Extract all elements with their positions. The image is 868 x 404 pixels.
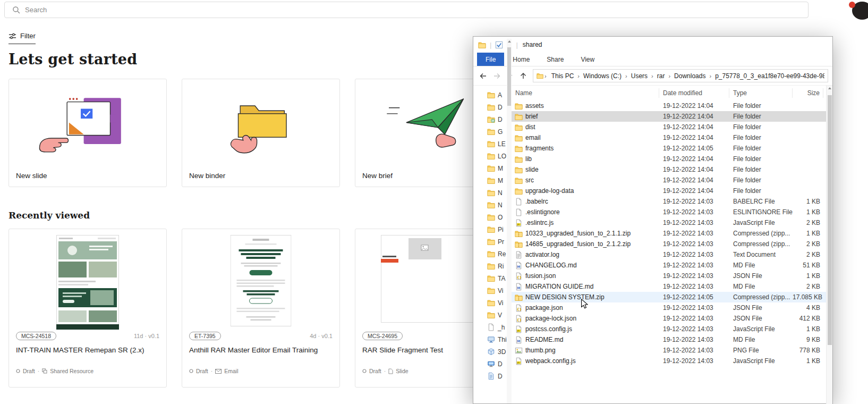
- file-type: File folder: [729, 176, 793, 184]
- nav-item[interactable]: LO: [473, 150, 512, 162]
- file-name: 14685_upgraded_fusion_to_2.1.2.zip: [525, 240, 631, 248]
- breadcrumb-segment[interactable]: p_75778_0_3_ea1f8e70-ee99-43de-980d-9a1f…: [711, 72, 824, 80]
- nav-item[interactable]: G: [473, 125, 512, 138]
- file-date: 19-12-2022 14:03: [659, 251, 729, 258]
- file-row[interactable]: brief19-12-2022 14:04File folder: [512, 111, 832, 122]
- shared-resource-icon: [42, 368, 47, 374]
- nav-item[interactable]: TA: [473, 272, 512, 284]
- nav-item[interactable]: D: [473, 101, 512, 113]
- file-row[interactable]: dist19-12-2022 14:04File folder: [512, 122, 832, 132]
- breadcrumb-segment[interactable]: Windows (C:): [580, 72, 625, 80]
- zip-icon: [515, 230, 523, 238]
- file-row[interactable]: {}package-lock.json19-12-2022 14:03JSON …: [512, 313, 832, 324]
- nav-item[interactable]: D: [473, 113, 512, 125]
- column-header-name[interactable]: Name: [512, 88, 659, 98]
- filter-button[interactable]: Filter: [8, 32, 36, 44]
- nav-item[interactable]: Vi: [473, 297, 512, 309]
- breadcrumb-segment[interactable]: Users: [627, 72, 651, 80]
- file-row[interactable]: thumb.png19-12-2022 14:03PNG File778 KB: [512, 345, 832, 356]
- nav-item[interactable]: Pr: [473, 235, 512, 248]
- file-row[interactable]: lib19-12-2022 14:04File folder: [512, 154, 832, 164]
- explorer-titlebar: | | shared: [473, 37, 832, 53]
- nav-item[interactable]: A: [473, 89, 512, 101]
- nav-item[interactable]: D: [473, 358, 512, 370]
- file-row[interactable]: MCHANGELOG.md19-12-2022 14:03MD File51 K…: [512, 260, 832, 271]
- nav-item[interactable]: M: [473, 162, 512, 174]
- ribbon-tab-view[interactable]: View: [572, 53, 603, 66]
- up-icon[interactable]: [517, 70, 529, 82]
- nav-item[interactable]: Ri: [473, 260, 512, 272]
- kind-label: Email: [224, 368, 238, 374]
- address-bar[interactable]: › This PC›Windows (C:)›Users›rar›Downloa…: [533, 69, 828, 82]
- file-row[interactable]: 10323_upgraded_fusion_to_2.1.1.zip19-12-…: [512, 228, 832, 239]
- file-row[interactable]: src19-12-2022 14:04File folder: [512, 175, 832, 186]
- nav-item[interactable]: N: [473, 187, 512, 199]
- nav-item[interactable]: Thi: [473, 333, 512, 346]
- ribbon-tab-file[interactable]: File: [477, 53, 504, 66]
- nav-item-label: M: [498, 177, 503, 184]
- scrollbar-thumb[interactable]: [507, 47, 511, 106]
- forward-icon[interactable]: [491, 70, 503, 82]
- breadcrumb-segment[interactable]: This PC: [548, 72, 578, 80]
- ribbon-tab-share[interactable]: Share: [538, 53, 572, 66]
- nav-item[interactable]: Re: [473, 248, 512, 260]
- documents-icon: [487, 372, 495, 380]
- file-row[interactable]: {}package.json19-12-2022 14:03JSON File4…: [512, 302, 832, 313]
- file-row[interactable]: 14685_upgraded_fusion_to_2.1.2.zip19-12-…: [512, 239, 832, 249]
- folder-icon: [487, 176, 495, 184]
- scroll-up-icon[interactable]: [828, 87, 831, 89]
- column-header-size[interactable]: Size: [793, 88, 823, 98]
- nav-item[interactable]: 3D: [473, 346, 512, 358]
- nav-item[interactable]: LE: [473, 138, 512, 150]
- nav-item[interactable]: N: [473, 199, 512, 211]
- recent-card-2[interactable]: ET-7395 4d · v0.1 Anthill RAR Master Edi…: [182, 229, 340, 388]
- file-row[interactable]: JSpostcss.config.js19-12-2022 14:03JavaS…: [512, 324, 832, 334]
- file-row[interactable]: fragments19-12-2022 14:05File folder: [512, 143, 832, 154]
- folder-icon: [515, 176, 523, 184]
- column-header-date[interactable]: Date modified: [659, 88, 729, 98]
- file-row[interactable]: assets19-12-2022 14:04File folder: [512, 100, 832, 111]
- nav-item[interactable]: V: [473, 309, 512, 321]
- file-size: 2 KB: [793, 251, 823, 258]
- file-row[interactable]: .babelrc19-12-2022 14:03BABELRC File1 KB: [512, 196, 832, 207]
- scroll-up-icon[interactable]: [508, 40, 511, 43]
- quick-access-check-icon[interactable]: [495, 41, 503, 49]
- file-name: package-lock.json: [525, 315, 576, 322]
- breadcrumb-segment[interactable]: rar: [653, 72, 669, 80]
- file-type: BABELRC File: [729, 198, 793, 205]
- status-separator: ·: [38, 368, 40, 374]
- file-row[interactable]: slide19-12-2022 14:04File folder: [512, 164, 832, 175]
- file-name: email: [525, 134, 541, 141]
- file-row[interactable]: NEW DESIGN SYSTEM.zip19-12-2022 14:05Com…: [512, 292, 832, 302]
- recent-card-1[interactable]: MCS-24518 11d · v0.1 INT-TRAIN MASTER Re…: [8, 229, 167, 388]
- nav-item[interactable]: D: [473, 370, 512, 382]
- nav-item[interactable]: Vi: [473, 284, 512, 297]
- nav-item[interactable]: M: [473, 174, 512, 187]
- file-name: README.md: [525, 336, 563, 343]
- new-slide-card[interactable]: New slide: [8, 79, 167, 187]
- file-date: 19-12-2022 14:03: [659, 283, 729, 290]
- nav-scrollbar[interactable]: [507, 39, 512, 403]
- new-binder-card[interactable]: New binder: [182, 79, 340, 187]
- back-icon[interactable]: [478, 70, 489, 82]
- file-row[interactable]: upgrade-log-data19-12-2022 14:04File fol…: [512, 186, 832, 196]
- search-input[interactable]: [25, 6, 808, 14]
- search-bar[interactable]: [4, 2, 809, 18]
- file-row[interactable]: JS.eslintrc.js19-12-2022 14:03JavaScript…: [512, 217, 832, 228]
- scrollbar-thumb[interactable]: [828, 95, 832, 345]
- file-row[interactable]: .eslintignore19-12-2022 14:03ESLINTIGNOR…: [512, 207, 832, 217]
- file-row[interactable]: MREADME.md19-12-2022 14:03MD File9 KB: [512, 334, 832, 345]
- nav-item-label: N: [498, 201, 503, 209]
- nav-item[interactable]: Pi: [473, 223, 512, 235]
- file-row[interactable]: email19-12-2022 14:04File folder: [512, 132, 832, 143]
- file-row[interactable]: activator.log19-12-2022 14:03Text Docume…: [512, 249, 832, 260]
- file-row[interactable]: {}fusion.json19-12-2022 14:03JSON File1 …: [512, 271, 832, 281]
- file-row[interactable]: MMIGRATION GUIDE.md19-12-2022 14:03MD Fi…: [512, 281, 832, 292]
- nav-item[interactable]: _h: [473, 321, 512, 333]
- file-icon: [515, 208, 523, 216]
- file-row[interactable]: JSwebpack.config.js19-12-2022 14:03JavaS…: [512, 356, 832, 366]
- breadcrumb-segment[interactable]: Downloads: [670, 72, 709, 80]
- file-list-scrollbar[interactable]: [826, 86, 832, 404]
- nav-item[interactable]: O: [473, 211, 512, 223]
- column-header-type[interactable]: Type: [729, 88, 793, 98]
